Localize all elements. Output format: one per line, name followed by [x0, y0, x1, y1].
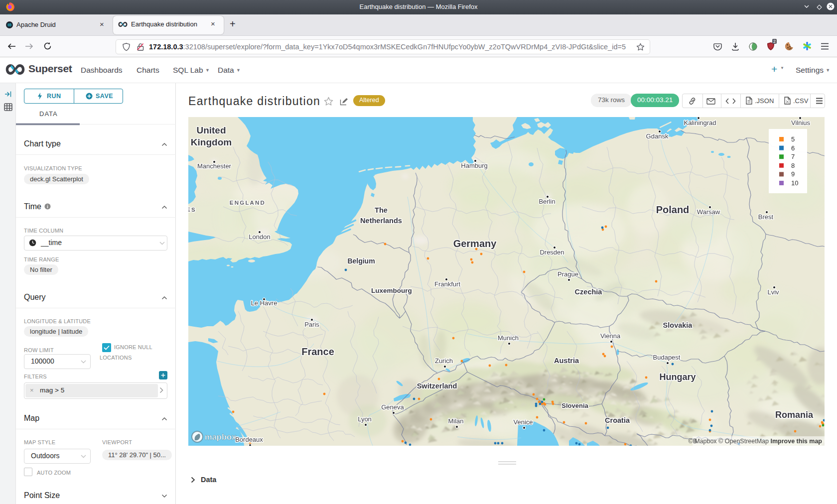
svg-text:5: 5: [791, 135, 795, 143]
svg-text:Romania: Romania: [775, 410, 814, 420]
svg-text:Bordeaux: Bordeaux: [235, 436, 263, 443]
svg-text:Slovenia: Slovenia: [561, 402, 588, 409]
svg-text:Germany: Germany: [453, 238, 497, 249]
svg-text:Vienna: Vienna: [600, 332, 621, 340]
svg-text:ES: ES: [188, 207, 196, 213]
svg-text:Brest: Brest: [758, 213, 774, 221]
svg-text:Poland: Poland: [656, 204, 690, 215]
svg-text:Venice: Venice: [513, 418, 533, 426]
svg-text:Berlin: Berlin: [539, 198, 555, 205]
svg-text:Gdansk: Gdansk: [646, 132, 669, 140]
svg-text:ENGLAND: ENGLAND: [230, 200, 266, 206]
svg-text:Croatia: Croatia: [605, 416, 630, 424]
svg-text:Geneva: Geneva: [381, 403, 404, 411]
svg-text:Luxembourg: Luxembourg: [371, 287, 412, 294]
svg-text:Netherlands: Netherlands: [360, 217, 402, 225]
svg-text:7: 7: [791, 153, 795, 160]
svg-text:9: 9: [791, 170, 795, 178]
svg-text:Frankfurt: Frankfurt: [434, 280, 460, 288]
svg-text:Lviv: Lviv: [767, 288, 779, 296]
svg-text:Kingdom: Kingdom: [191, 137, 232, 147]
svg-text:Czechia: Czechia: [575, 288, 603, 296]
svg-text:Lyon: Lyon: [358, 415, 372, 423]
svg-text:The: The: [375, 206, 388, 214]
svg-text:Kaliningrad: Kaliningrad: [684, 119, 716, 126]
svg-text:Zurich: Zurich: [435, 357, 453, 365]
svg-text:Belgium: Belgium: [347, 257, 375, 265]
svg-text:mapbox: mapbox: [205, 432, 237, 441]
svg-text:Warsaw: Warsaw: [697, 208, 720, 216]
svg-text:Hungary: Hungary: [659, 372, 696, 382]
svg-text:Austria: Austria: [554, 357, 579, 365]
svg-text:Dresden: Dresden: [540, 249, 564, 256]
svg-text:France: France: [301, 346, 334, 357]
svg-text:Switzerland: Switzerland: [417, 382, 457, 390]
svg-text:Le Havre: Le Havre: [251, 299, 278, 307]
svg-text:Hamburg: Hamburg: [461, 162, 487, 169]
svg-text:London: London: [249, 233, 270, 241]
svg-text:Budapest: Budapest: [653, 354, 681, 361]
svg-text:6: 6: [791, 144, 795, 152]
svg-text:United: United: [196, 125, 226, 135]
svg-text:© Mapbox © OpenStreetMap Impro: © Mapbox © OpenStreetMap Improve this ma…: [688, 438, 822, 445]
svg-text:Milan: Milan: [448, 417, 463, 425]
svg-text:Paris: Paris: [304, 321, 319, 328]
svg-text:10: 10: [791, 179, 798, 187]
svg-text:Vilnius: Vilnius: [791, 119, 811, 126]
svg-text:Munich: Munich: [498, 334, 519, 342]
svg-text:Manchester: Manchester: [197, 162, 232, 170]
svg-text:8: 8: [791, 162, 795, 169]
svg-text:Prague: Prague: [558, 270, 578, 278]
svg-text:Slovakia: Slovakia: [663, 321, 693, 329]
